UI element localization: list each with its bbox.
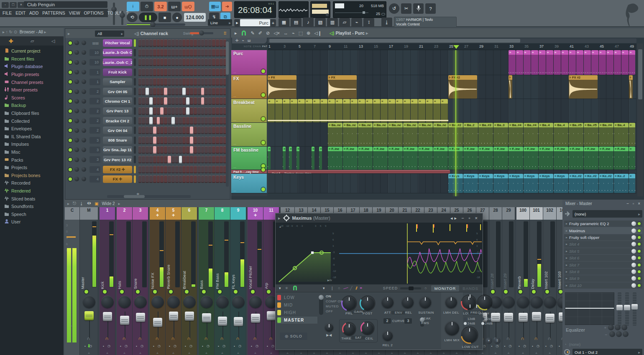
strip-link-arrow[interactable]: ▵ — [347, 351, 359, 355]
browser-item-projects-bones[interactable]: Projects bones — [0, 172, 64, 180]
channel-pan-knob[interactable] — [74, 138, 79, 142]
strip-link-arrow[interactable]: ▵ — [463, 351, 476, 355]
channel-selector[interactable] — [134, 175, 136, 183]
step-cell[interactable] — [146, 88, 149, 95]
clip[interactable]: ≡ F..ine — [478, 147, 493, 170]
step-cell[interactable] — [138, 68, 142, 76]
strip-pan-knob[interactable] — [200, 296, 213, 308]
strip-led[interactable] — [234, 290, 238, 294]
mixer-record-icon[interactable]: ⭳ — [79, 201, 84, 206]
step-cell[interactable] — [204, 49, 208, 56]
track-lane-breakbeat[interactable]: ≡ ≡ ≡ ≡ ≡ ≡ ≡ ≡ ≡ ≡ ≡ ≡ ≡ ≡ ≡ ≡ ≡ ≡ ≡ ≡ … — [268, 99, 636, 123]
strip-number[interactable]: 5✛ — [166, 207, 181, 220]
step-cell[interactable] — [153, 156, 156, 163]
track-mute-led[interactable] — [261, 164, 265, 168]
step-cell[interactable] — [220, 68, 223, 76]
clip[interactable]: ⊦ — [629, 75, 633, 99]
track-mute-led[interactable] — [261, 168, 265, 172]
step-cell[interactable] — [164, 88, 167, 95]
strip-route-dots[interactable]: • ◷ — [133, 344, 148, 348]
step-cell[interactable] — [182, 137, 186, 144]
step-cell[interactable] — [160, 97, 164, 105]
step-cell[interactable] — [208, 156, 212, 163]
step-cell[interactable] — [212, 146, 215, 154]
step-cell[interactable] — [142, 175, 145, 183]
step-cell[interactable] — [190, 156, 193, 163]
strip-arm-icon[interactable]: ∩ — [138, 336, 142, 341]
step-cell[interactable] — [179, 137, 182, 144]
step-cell[interactable] — [168, 175, 171, 183]
rack-menu-icon[interactable]: ▸ — [68, 31, 70, 36]
clip[interactable]: ≡ Ba..ne — [418, 123, 433, 146]
stop-button[interactable]: ■ — [158, 13, 171, 22]
step-cell[interactable] — [153, 166, 156, 173]
clip[interactable]: ≡ — [576, 50, 583, 75]
slot-mix-knob[interactable] — [631, 263, 636, 267]
step-cell[interactable] — [190, 175, 193, 183]
mute-tool-icon[interactable]: ◁× — [273, 30, 280, 36]
strip-arm-icon[interactable]: ∩ — [156, 336, 159, 341]
step-cell[interactable] — [194, 88, 197, 95]
clip[interactable]: ≡ F..ine — [554, 147, 568, 170]
step-cell[interactable] — [204, 88, 208, 95]
minimize-button[interactable]: - — [2, 2, 9, 8]
channel-volume-knob[interactable] — [82, 119, 86, 123]
browser-item-mixer-presets[interactable]: Mixer presets — [0, 86, 64, 94]
channel-pan-knob[interactable] — [74, 41, 79, 45]
playlist-picker-tab[interactable]: ✛⌁ш — [232, 38, 267, 43]
step-cell[interactable] — [171, 175, 175, 183]
channel-volume-knob[interactable] — [82, 177, 86, 181]
step-cell[interactable] — [179, 107, 182, 115]
track-header-bassline[interactable]: Bassline... — [231, 123, 267, 147]
browser-item-il-shared-data[interactable]: IL Shared Data — [0, 133, 64, 141]
step-cell[interactable] — [190, 68, 193, 76]
step-cell[interactable] — [204, 117, 208, 124]
step-cell[interactable] — [175, 88, 179, 95]
step-cell[interactable] — [168, 166, 171, 173]
strip-led[interactable] — [218, 290, 222, 294]
step-cell[interactable] — [194, 97, 197, 105]
channel-pan-knob[interactable] — [74, 50, 79, 55]
clip[interactable]: ≡ F..ine — [328, 147, 342, 170]
clip[interactable]: ≡ — [411, 99, 418, 122]
clip[interactable]: ≡ Ba..#3 — [478, 123, 493, 146]
step-cell[interactable] — [212, 137, 215, 144]
strip-number[interactable]: 29 — [502, 207, 515, 220]
strip-link-arrow[interactable]: ▵ — [308, 351, 320, 355]
clip[interactable]: ≡ — [381, 99, 388, 122]
strip-arm-icon[interactable]: ∩ — [87, 336, 90, 341]
step-cell[interactable] — [168, 97, 171, 105]
clip[interactable]: ≡ F..ine — [463, 147, 478, 170]
track-options[interactable]: ... — [233, 70, 236, 74]
menu-item-edit[interactable]: EDIT — [15, 9, 26, 17]
strip-led[interactable] — [545, 290, 549, 294]
step-cell[interactable] — [157, 127, 160, 134]
slot-enable-led[interactable] — [638, 270, 641, 273]
step-cell[interactable] — [146, 97, 149, 105]
step-cell[interactable] — [146, 49, 149, 56]
strip-number[interactable]: 102 — [543, 207, 556, 220]
step-cell[interactable] — [197, 39, 201, 47]
clip[interactable]: ⊦ FX — [328, 75, 357, 99]
strip-led[interactable] — [136, 290, 140, 294]
step-cell[interactable] — [220, 107, 223, 115]
clip[interactable]: ≡ F..ine — [358, 147, 373, 170]
strip-link-arrow[interactable]: ▵ — [117, 351, 132, 355]
clip[interactable]: ⊦ FX #2 — [569, 75, 598, 99]
strip-fader[interactable] — [519, 313, 528, 322]
track-header-breakbeat[interactable]: Breakbeat... — [231, 99, 267, 123]
step-cell[interactable] — [171, 107, 175, 115]
plugin-menu-icon[interactable]: ▸ — [278, 216, 281, 221]
track-lane-pad-5-cay-time[interactable]: ~ Pad 5 – Timbre decay time — [268, 170, 636, 174]
browser-item-scores[interactable]: Scores — [0, 94, 64, 102]
slope-12db-radio[interactable] — [464, 317, 467, 320]
browser-item-soundfonts[interactable]: Soundfonts — [0, 203, 64, 210]
channel-volume-knob[interactable] — [82, 167, 86, 172]
strip-link-arrow[interactable]: ▵ — [399, 351, 411, 355]
plugin-window-controls[interactable]: ◂▸ − ▫ × — [450, 216, 479, 221]
step-cell[interactable] — [168, 49, 171, 56]
step-cell[interactable] — [201, 97, 204, 105]
clip[interactable]: ≡ Ke..2 — [614, 174, 629, 193]
step-cell[interactable] — [197, 107, 201, 115]
effect-slot-slot-4[interactable]: ▸Slot 4 — [564, 241, 642, 247]
